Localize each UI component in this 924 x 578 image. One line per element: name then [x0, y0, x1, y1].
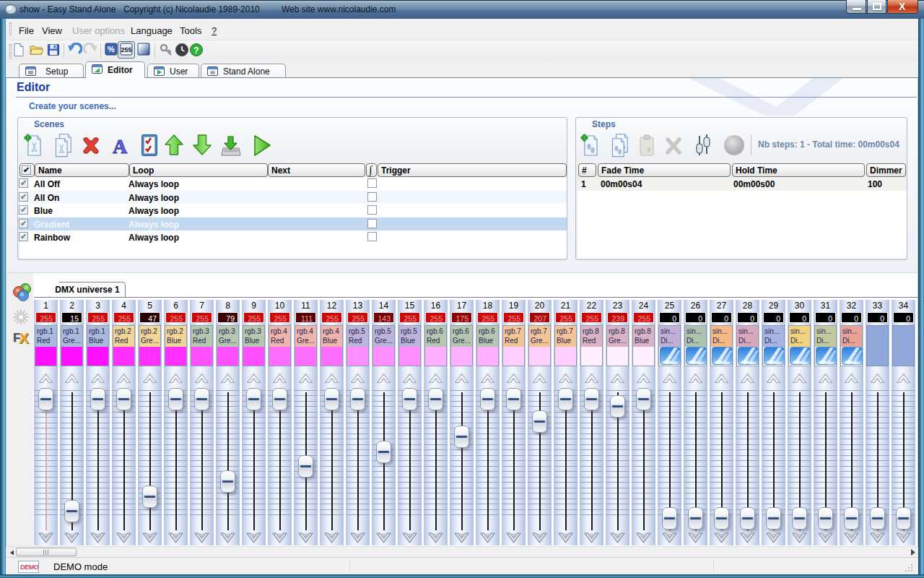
- svg-text:255: 255: [121, 46, 131, 53]
- svg-text:?: ?: [193, 46, 199, 56]
- svg-text:A: A: [113, 135, 128, 158]
- svg-text:%: %: [108, 45, 115, 53]
